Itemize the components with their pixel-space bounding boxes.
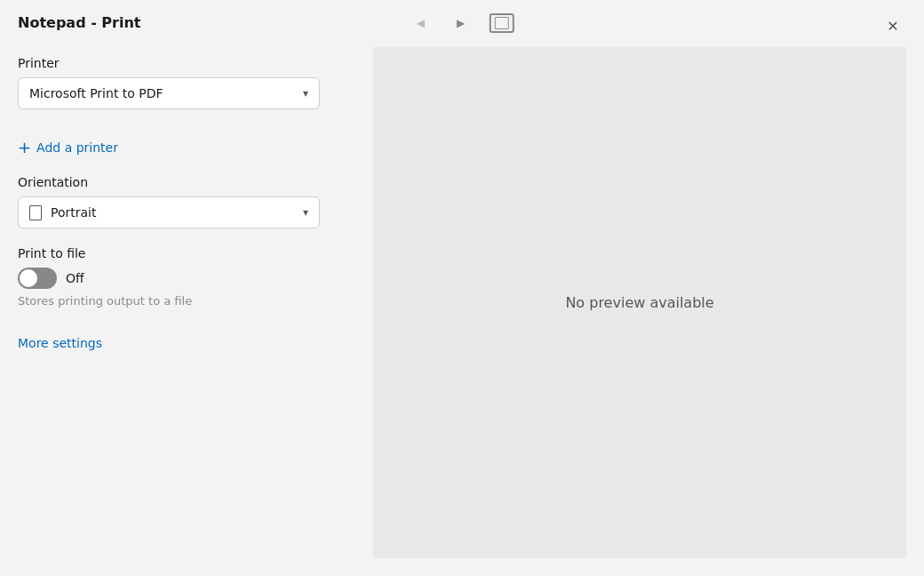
portrait-icon	[29, 205, 42, 220]
preview-panel: No preview available	[373, 47, 906, 558]
close-button[interactable]: ✕	[880, 12, 906, 39]
no-preview-text: No preview available	[565, 294, 713, 311]
print-to-file-toggle[interactable]	[18, 268, 57, 289]
settings-panel: Printer Microsoft Print to PDF ▾ + Add a…	[18, 47, 355, 558]
dialog-title: Notepad - Print	[18, 14, 141, 31]
orientation-dropdown-arrow: ▾	[303, 206, 308, 219]
print-dialog: Notepad - Print ◀ ▶ ✕ Printer Microsoft …	[0, 0, 924, 576]
orientation-dropdown[interactable]: Portrait ▾	[18, 196, 320, 228]
toggle-thumb	[20, 269, 37, 287]
toggle-state-label: Off	[66, 271, 84, 285]
more-settings-button[interactable]: More settings	[18, 336, 355, 350]
print-to-file-label: Print to file	[18, 246, 355, 260]
add-printer-label: Add a printer	[36, 140, 118, 155]
title-bar: Notepad - Print ◀ ▶ ✕	[0, 0, 924, 38]
page-view-button[interactable]	[490, 13, 514, 33]
orientation-selected-value: Portrait	[51, 205, 96, 220]
printer-label: Printer	[18, 56, 355, 70]
dialog-content: Printer Microsoft Print to PDF ▾ + Add a…	[0, 38, 924, 576]
toggle-row: Off	[18, 268, 355, 289]
printer-dropdown[interactable]: Microsoft Print to PDF ▾	[18, 77, 320, 109]
printer-dropdown-arrow: ▾	[303, 87, 308, 100]
orientation-section: Orientation Portrait ▾	[18, 175, 355, 228]
printer-section: Printer Microsoft Print to PDF ▾	[18, 56, 355, 109]
prev-page-button[interactable]: ◀	[410, 13, 432, 33]
printer-selected-value: Microsoft Print to PDF	[29, 86, 163, 100]
print-to-file-section: Print to file Off Stores printing output…	[18, 246, 355, 308]
next-page-button[interactable]: ▶	[450, 13, 472, 33]
add-printer-plus-icon: +	[18, 140, 31, 156]
nav-controls: ◀ ▶	[410, 13, 514, 33]
add-printer-button[interactable]: + Add a printer	[18, 138, 355, 157]
orientation-label: Orientation	[18, 175, 355, 189]
print-to-file-description: Stores printing output to a file	[18, 294, 355, 308]
